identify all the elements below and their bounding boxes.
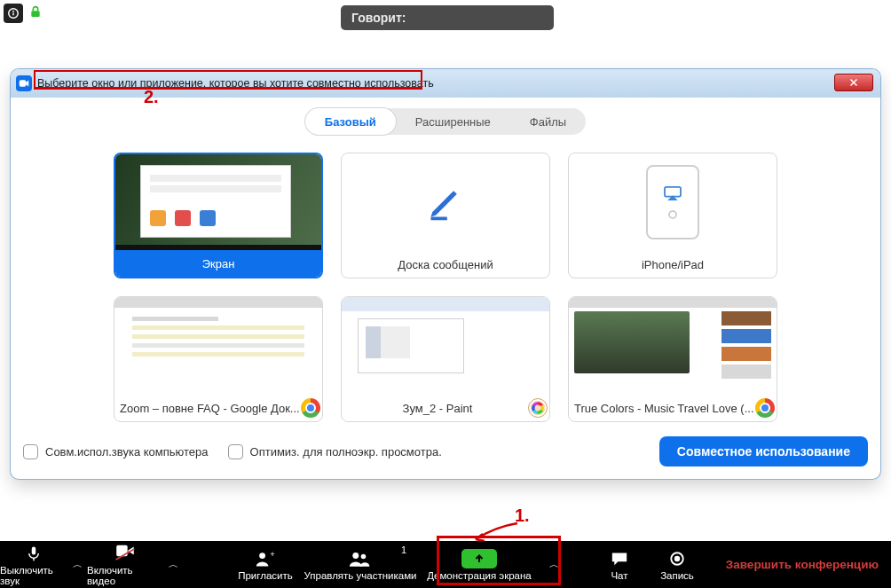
toolbar-mute-audio[interactable]: Выключить звук: [0, 541, 67, 588]
share-options-caret[interactable]: ︿: [541, 558, 566, 571]
share-tile-whiteboard[interactable]: Доска сообщений: [341, 153, 550, 278]
svg-point-12: [259, 553, 265, 559]
phone-icon: [646, 165, 699, 239]
dialog-title: Выберите окно или приложение, которое вы…: [37, 77, 434, 90]
lock-icon: [28, 4, 43, 20]
screen-thumbnail: [115, 154, 321, 250]
close-button[interactable]: [834, 74, 873, 91]
share-sources-grid: Экран Доска сообщений iPhone/iPad: [11, 153, 880, 422]
toolbar-chat[interactable]: Чат: [593, 541, 646, 588]
share-tile-app-chrome-doc[interactable]: Zoom – повне FAQ - Google Док...: [114, 296, 323, 422]
pencil-icon: [426, 183, 465, 222]
microphone-icon: [26, 545, 42, 562]
chat-icon: [611, 551, 628, 567]
tab-files[interactable]: Файлы: [510, 108, 586, 135]
whiteboard-thumbnail: [342, 153, 549, 251]
dialog-titlebar[interactable]: Выберите окно или приложение, которое вы…: [11, 69, 880, 98]
tile-label: Зум_2 - Paint: [342, 395, 549, 421]
chevron-up-icon: ︿: [549, 558, 559, 571]
svg-rect-3: [31, 11, 39, 17]
zoom-icon: [16, 75, 32, 91]
toolbar-share-screen[interactable]: Демонстрация экрана: [417, 541, 541, 588]
svg-rect-8: [665, 187, 681, 197]
dialog-bottom-row: Совм.испол.звука компьютера Оптимиз. для…: [23, 436, 868, 466]
chevron-up-icon: ︿: [169, 558, 178, 571]
toolbar-start-video[interactable]: Включить видео: [87, 541, 163, 588]
audio-options-caret[interactable]: ︿: [67, 558, 87, 571]
toolbar-invite[interactable]: + Пригласить: [227, 541, 304, 588]
share-screen-icon: [461, 549, 497, 568]
svg-text:+: +: [270, 551, 275, 559]
info-icon: [7, 7, 20, 20]
share-tile-app-chrome-youtube[interactable]: True Colors - Music Travel Love (...: [568, 296, 777, 422]
toolbar-manage-participants[interactable]: Управлять участниками 1: [304, 541, 417, 588]
chrome-icon: [755, 398, 775, 418]
encryption-indicator: [28, 4, 43, 23]
meeting-toolbar: Выключить звук ︿ Включить видео ︿ + Приг…: [0, 541, 891, 588]
tile-label: Zoom – повне FAQ - Google Док...: [114, 395, 322, 421]
participants-count: 1: [401, 545, 406, 555]
top-left-controls: [4, 4, 43, 23]
checkbox-optimize-video[interactable]: Оптимиз. для полноэкр. просмотра.: [228, 444, 442, 459]
chevron-up-icon: ︿: [73, 558, 83, 571]
share-screen-dialog: Выберите окно или приложение, которое вы…: [11, 69, 880, 479]
tab-advanced[interactable]: Расширенные: [396, 108, 510, 135]
close-icon: [848, 77, 859, 88]
svg-point-18: [675, 556, 680, 561]
svg-point-2: [13, 11, 14, 12]
share-button[interactable]: Совместное использование: [659, 436, 868, 466]
airplay-icon: [663, 185, 682, 201]
app-root: Говорит: Выберите окно или приложение, к…: [0, 0, 891, 588]
video-off-icon: [115, 544, 135, 562]
checkbox-share-audio[interactable]: Совм.испол.звука компьютера: [23, 444, 209, 459]
svg-point-15: [361, 553, 367, 559]
annotation-label-2: 2.: [144, 87, 159, 107]
tile-label: True Colors - Music Travel Love (...: [569, 395, 777, 421]
end-meeting-button[interactable]: Завершить конференцию: [726, 558, 879, 571]
paint-icon: [528, 398, 548, 418]
info-button[interactable]: [4, 4, 23, 23]
youtube-thumbnail: [569, 297, 777, 395]
share-tile-app-paint[interactable]: Зум_2 - Paint: [341, 296, 550, 422]
share-tile-screen[interactable]: Экран: [114, 153, 323, 278]
tab-segmented-control: Базовый Расширенные Файлы: [11, 108, 880, 135]
participants-icon: [349, 551, 372, 567]
tab-basic[interactable]: Базовый: [305, 108, 396, 135]
annotation-arrow-1: [469, 521, 522, 543]
paint-thumbnail: [342, 297, 549, 395]
toolbar-record[interactable]: Запись: [646, 541, 708, 588]
iphone-thumbnail: [569, 153, 777, 251]
checkbox-icon: [228, 444, 243, 459]
svg-rect-11: [116, 545, 127, 556]
chrome-icon: [301, 398, 320, 418]
record-icon: [669, 551, 685, 567]
invite-icon: +: [255, 551, 276, 567]
tile-label: Доска сообщений: [342, 251, 549, 278]
tile-label: Экран: [115, 250, 321, 277]
speaking-label: Говорит:: [351, 11, 406, 25]
video-options-caret[interactable]: ︿: [163, 558, 183, 571]
speaking-indicator: Говорит:: [341, 5, 554, 30]
share-tile-iphone-ipad[interactable]: iPhone/iPad: [568, 153, 777, 278]
checkbox-icon: [23, 444, 38, 459]
svg-point-14: [352, 553, 359, 559]
tile-label: iPhone/iPad: [569, 251, 777, 278]
top-bar: Говорит:: [0, 0, 891, 32]
svg-rect-9: [32, 546, 36, 554]
chrome-doc-thumbnail: [114, 297, 322, 395]
